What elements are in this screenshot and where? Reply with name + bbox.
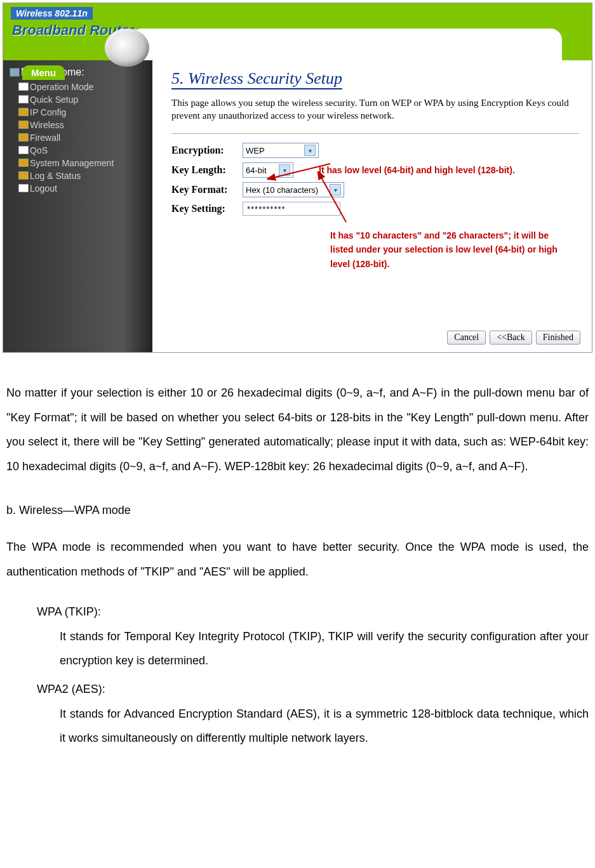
sidebar-item-label: Logout xyxy=(30,183,57,194)
select-key-length[interactable]: 64-bit ▾ xyxy=(243,162,293,178)
select-value: WEP xyxy=(246,146,265,155)
back-button[interactable]: <<Back xyxy=(490,331,532,345)
doc-wpa2-aes-body: It stands for Advanced Encryption Standa… xyxy=(6,702,589,751)
cd-graphic-icon xyxy=(105,29,149,67)
select-encryption[interactable]: WEP ▾ xyxy=(243,143,319,158)
doc-wpa2-aes-heading: WPA2 (AES): xyxy=(6,677,589,702)
sidebar-item-label: Wireless xyxy=(30,120,64,130)
row-encryption: Encryption: WEP ▾ xyxy=(171,143,579,158)
callout-key-length: It has low level (64-bit) and high level… xyxy=(319,163,522,177)
doc-paragraph-1: No matter if your selection is either 10… xyxy=(6,381,589,479)
sidebar: Router Home: Operation Mode Quick Setup … xyxy=(3,60,152,352)
doc-wpa-tkip-heading: WPA (TKIP): xyxy=(6,600,589,624)
sidebar-item-firewall[interactable]: Firewall xyxy=(3,131,152,144)
banner: Wireless 802.11n Broadband Router xyxy=(3,3,592,60)
row-key-length: Key Length: 64-bit ▾ It has low level (6… xyxy=(171,162,579,178)
folder-icon xyxy=(18,171,29,180)
button-row: Cancel <<Back Finished xyxy=(447,331,580,345)
select-value: 64-bit xyxy=(246,166,267,175)
label-key-format: Key Format: xyxy=(171,184,243,195)
row-key-format: Key Format: Hex (10 characters) ▾ xyxy=(171,182,579,197)
label-encryption: Encryption: xyxy=(171,145,243,156)
label-key-length: Key Length: xyxy=(171,164,243,176)
page-icon xyxy=(18,184,29,192)
annotation-arrow-icon xyxy=(314,171,352,228)
chevron-down-icon: ▾ xyxy=(330,184,341,195)
select-value: Hex (10 characters) xyxy=(246,185,318,195)
sidebar-item-ip-config[interactable]: IP Config xyxy=(3,106,152,119)
banner-wireless-label: Wireless 802.11n xyxy=(11,7,93,20)
sidebar-item-label: Operation Mode xyxy=(30,82,93,92)
sidebar-item-label: QoS xyxy=(30,145,48,155)
folder-icon xyxy=(18,121,29,129)
callout-key-format: It has "10 characters" and "26 character… xyxy=(330,228,559,271)
document-body: No matter if your selection is either 10… xyxy=(0,355,595,770)
sidebar-item-label: IP Config xyxy=(30,107,66,117)
section-description: This page allows you setup the wireless … xyxy=(171,97,579,122)
sidebar-item-quick-setup[interactable]: Quick Setup xyxy=(3,93,152,106)
sidebar-item-operation-mode[interactable]: Operation Mode xyxy=(3,81,152,93)
sidebar-item-label: System Management xyxy=(30,158,114,168)
sidebar-item-label: Log & Status xyxy=(30,171,81,181)
page-icon xyxy=(18,82,29,91)
sidebar-item-qos[interactable]: QoS xyxy=(3,144,152,157)
label-key-setting: Key Setting: xyxy=(171,203,243,214)
row-key-setting: Key Setting: xyxy=(171,202,579,216)
chevron-down-icon: ▾ xyxy=(279,164,290,176)
doc-wpa-tkip-body: It stands for Temporal Key Integrity Pro… xyxy=(6,624,589,673)
banner-tab-bg xyxy=(130,29,562,60)
sidebar-item-label: Quick Setup xyxy=(30,95,78,105)
section-title: 5. Wireless Security Setup xyxy=(171,69,342,89)
sidebar-item-log-status[interactable]: Log & Status xyxy=(3,169,152,182)
content-pane: 5. Wireless Security Setup This page all… xyxy=(152,60,592,352)
sidebar-item-logout[interactable]: Logout xyxy=(3,182,152,195)
doc-heading-b: b. Wireless—WPA mode xyxy=(6,498,589,523)
page-icon xyxy=(18,95,29,103)
cancel-button[interactable]: Cancel xyxy=(447,331,486,345)
folder-icon xyxy=(18,159,29,167)
divider xyxy=(171,133,579,134)
input-key-setting[interactable] xyxy=(243,202,340,216)
chevron-down-icon: ▾ xyxy=(304,145,316,156)
sidebar-item-system-management[interactable]: System Management xyxy=(3,157,152,169)
doc-paragraph-2: The WPA mode is recommended when you wan… xyxy=(6,535,589,584)
folder-icon xyxy=(18,108,29,116)
sidebar-item-label: Firewall xyxy=(30,133,60,143)
sidebar-item-wireless[interactable]: Wireless xyxy=(3,119,152,131)
page-icon xyxy=(18,146,29,154)
finished-button[interactable]: Finished xyxy=(536,331,580,345)
router-admin-screenshot: Wireless 802.11n Broadband Router Menu R… xyxy=(3,3,592,353)
folder-icon xyxy=(18,133,29,141)
menu-label: Menu xyxy=(22,65,65,80)
select-key-format[interactable]: Hex (10 characters) ▾ xyxy=(243,182,344,197)
